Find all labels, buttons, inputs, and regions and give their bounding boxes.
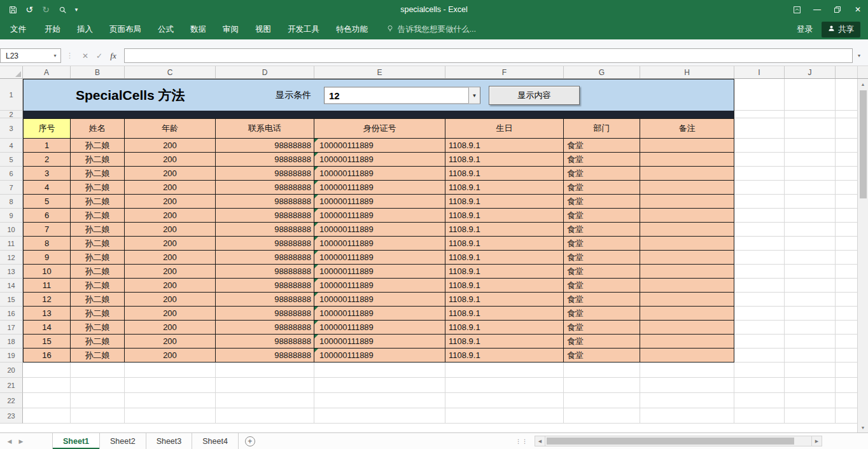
cell-A21[interactable] (23, 378, 71, 393)
cell-G14[interactable]: 食堂 (564, 279, 640, 293)
cell-D6[interactable]: 98888888 (216, 167, 314, 181)
table-header-8[interactable]: 备注 (640, 118, 734, 139)
sheet-nav-right-icon[interactable]: ▶ (15, 438, 27, 445)
cell-F15[interactable]: 1108.9.1 (445, 293, 564, 307)
sign-in-button[interactable]: 登录 (797, 24, 813, 35)
row-header-9[interactable]: 9 (0, 209, 23, 223)
cell-G8[interactable]: 食堂 (564, 195, 640, 209)
sheet-tab-sheet3[interactable]: Sheet3 (146, 433, 193, 449)
row-header-12[interactable]: 12 (0, 251, 23, 265)
cell-C16[interactable]: 200 (125, 307, 216, 321)
enter-icon[interactable]: ✓ (92, 52, 106, 60)
cell-F16[interactable]: 1108.9.1 (445, 307, 564, 321)
cell-H19[interactable] (640, 349, 734, 363)
cell-column-i[interactable] (734, 223, 785, 237)
show-content-button[interactable]: 显示内容 (489, 86, 580, 105)
cell-E16[interactable]: 100000111889 (314, 307, 445, 321)
cell-column-i[interactable] (734, 321, 785, 335)
cell-D11[interactable]: 98888888 (216, 237, 314, 251)
cell-F7[interactable]: 1108.9.1 (445, 181, 564, 195)
cancel-icon[interactable]: ✕ (78, 52, 92, 60)
cell-column-j[interactable] (785, 118, 836, 139)
cell-A22[interactable] (23, 393, 71, 408)
sheet-tab-sheet1[interactable]: Sheet1 (53, 433, 100, 449)
ribbon-tab-5[interactable]: 数据 (182, 19, 214, 39)
cell-C8[interactable]: 200 (125, 195, 216, 209)
cell-F12[interactable]: 1108.9.1 (445, 251, 564, 265)
cell-H22[interactable] (640, 393, 734, 408)
cell-B18[interactable]: 孙二娘 (71, 335, 125, 349)
cell-E23[interactable] (314, 408, 445, 424)
cell-G22[interactable] (564, 393, 640, 408)
tab-splitter-handle[interactable]: ⋮⋮ (515, 438, 528, 445)
cell-E17[interactable]: 100000111889 (314, 321, 445, 335)
row-header-5[interactable]: 5 (0, 153, 23, 167)
column-header-B[interactable]: B (71, 66, 125, 78)
cell-H6[interactable] (640, 167, 734, 181)
minimize-icon[interactable]: — (807, 0, 827, 19)
cell-B22[interactable] (71, 393, 125, 408)
row-header-7[interactable]: 7 (0, 181, 23, 195)
cell-D5[interactable]: 98888888 (216, 153, 314, 167)
cell-F13[interactable]: 1108.9.1 (445, 265, 564, 279)
cell-A6[interactable]: 3 (23, 167, 71, 181)
cell-C17[interactable]: 200 (125, 321, 216, 335)
ribbon-display-options-icon[interactable] (787, 0, 807, 19)
row-header-10[interactable]: 10 (0, 223, 23, 237)
cell-D7[interactable]: 98888888 (216, 181, 314, 195)
cell-G21[interactable] (564, 378, 640, 393)
cell-F23[interactable] (445, 408, 564, 424)
cell-G13[interactable]: 食堂 (564, 265, 640, 279)
cell-H9[interactable] (640, 209, 734, 223)
cell-H8[interactable] (640, 195, 734, 209)
cell-E7[interactable]: 100000111889 (314, 181, 445, 195)
search-icon[interactable] (55, 2, 70, 17)
cell-A18[interactable]: 15 (23, 335, 71, 349)
cell-I23[interactable] (734, 408, 785, 424)
cell-C15[interactable]: 200 (125, 293, 216, 307)
row-header-6[interactable]: 6 (0, 167, 23, 181)
cell-G10[interactable]: 食堂 (564, 223, 640, 237)
formula-bar-splitter[interactable]: ⋮ (66, 52, 73, 60)
row-header-21[interactable]: 21 (0, 378, 23, 393)
cell-E5[interactable]: 100000111889 (314, 153, 445, 167)
cell-H11[interactable] (640, 237, 734, 251)
cell-column-j[interactable] (785, 139, 836, 153)
cell-column-i[interactable] (734, 153, 785, 167)
cell-F11[interactable]: 1108.9.1 (445, 237, 564, 251)
row-header-17[interactable]: 17 (0, 321, 23, 335)
ribbon-tab-8[interactable]: 开发工具 (279, 19, 328, 39)
cell-A23[interactable] (23, 408, 71, 424)
cell-H10[interactable] (640, 223, 734, 237)
cell-A9[interactable]: 6 (23, 209, 71, 223)
cell-C19[interactable]: 200 (125, 349, 216, 363)
cell-E12[interactable]: 100000111889 (314, 251, 445, 265)
cell-H5[interactable] (640, 153, 734, 167)
cell-column-i[interactable] (734, 118, 785, 139)
cell-E13[interactable]: 100000111889 (314, 265, 445, 279)
cell-E11[interactable]: 100000111889 (314, 237, 445, 251)
cell-column-i[interactable] (734, 279, 785, 293)
cell-column-i[interactable] (734, 111, 785, 118)
cell-B10[interactable]: 孙二娘 (71, 223, 125, 237)
cell-C4[interactable]: 200 (125, 139, 216, 153)
cell-A8[interactable]: 5 (23, 195, 71, 209)
cell-F9[interactable]: 1108.9.1 (445, 209, 564, 223)
ribbon-tab-1[interactable]: 开始 (36, 19, 69, 39)
cell-B7[interactable]: 孙二娘 (71, 181, 125, 195)
cell-D16[interactable]: 98888888 (216, 307, 314, 321)
ribbon-tab-2[interactable]: 插入 (69, 19, 101, 39)
cell-column-i[interactable] (734, 265, 785, 279)
cell-B11[interactable]: 孙二娘 (71, 237, 125, 251)
cell-A20[interactable] (23, 363, 71, 378)
row-header-18[interactable]: 18 (0, 335, 23, 349)
formula-input[interactable] (124, 48, 853, 63)
cell-G5[interactable]: 食堂 (564, 153, 640, 167)
cell-A19[interactable]: 16 (23, 349, 71, 363)
redo-icon[interactable]: ↻ (38, 2, 53, 17)
cell-D10[interactable]: 98888888 (216, 223, 314, 237)
cell-I21[interactable] (734, 378, 785, 393)
combobox-dropdown-icon[interactable]: ▼ (468, 87, 480, 103)
cell-column-j[interactable] (785, 181, 836, 195)
column-header-G[interactable]: G (564, 66, 640, 78)
